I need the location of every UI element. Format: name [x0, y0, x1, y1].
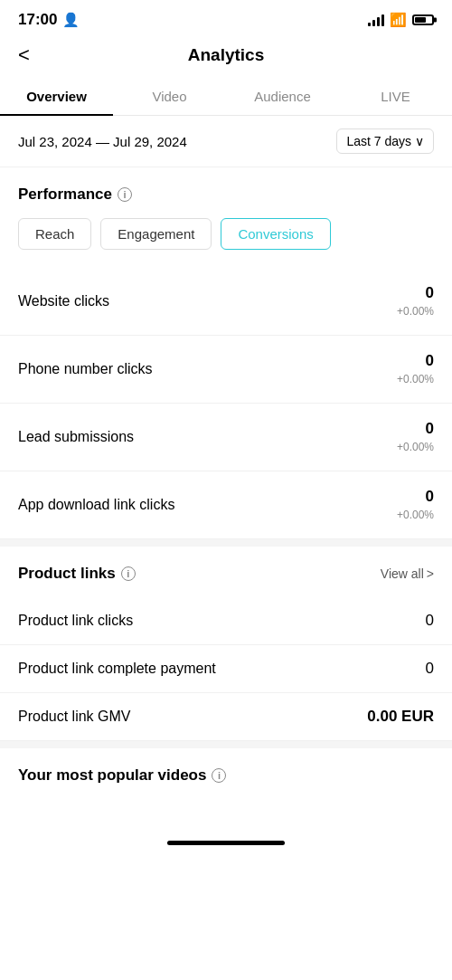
perf-tab-conversions[interactable]: Conversions [221, 218, 330, 250]
status-icons: 📶 [368, 12, 434, 28]
back-button[interactable]: < [18, 43, 30, 67]
metric-value-website-clicks: 0 [397, 284, 434, 302]
product-links-title-text: Product links [18, 565, 116, 583]
nav-tabs: Overview Video Audience LIVE [0, 78, 452, 116]
performance-title: Performance i [18, 186, 434, 204]
person-icon: 👤 [62, 12, 80, 28]
home-bar [167, 841, 285, 845]
metric-change-app-download-link-clicks: +0.00% [397, 509, 434, 521]
metric-label-lead-submissions: Lead submissions [18, 429, 134, 445]
product-metric-value-clicks: 0 [426, 612, 434, 630]
popular-videos-section: Your most popular videos i [0, 748, 452, 785]
status-time: 17:00 [18, 11, 57, 29]
tab-audience[interactable]: Audience [226, 78, 339, 115]
chevron-right-icon: > [427, 566, 434, 581]
page-title: Analytics [188, 45, 264, 65]
date-range-filter-button[interactable]: Last 7 days ∨ [336, 128, 434, 154]
performance-tabs: Reach Engagement Conversions [18, 218, 434, 250]
section-divider-2 [0, 741, 452, 748]
popular-videos-info-icon[interactable]: i [212, 768, 226, 783]
date-range-text: Jul 23, 2024 — Jul 29, 2024 [18, 134, 187, 149]
chevron-down-icon: ∨ [415, 134, 424, 148]
wifi-icon: 📶 [390, 12, 407, 28]
popular-videos-title-text: Your most popular videos [18, 766, 206, 785]
metric-row-website-clicks: Website clicks 0 +0.00% [0, 268, 452, 336]
header: < Analytics [0, 36, 452, 78]
home-indicator [0, 830, 452, 852]
metric-change-website-clicks: +0.00% [397, 305, 434, 318]
product-metric-value-complete-payment: 0 [426, 660, 434, 678]
product-metric-label-clicks: Product link clicks [18, 613, 133, 629]
metric-change-phone-number-clicks: +0.00% [397, 373, 434, 385]
status-bar: 17:00 👤 📶 [0, 0, 452, 36]
tab-overview[interactable]: Overview [0, 78, 113, 115]
perf-tab-reach[interactable]: Reach [18, 218, 91, 250]
bottom-spacer [0, 794, 452, 830]
metric-change-lead-submissions: +0.00% [397, 441, 434, 453]
metric-row-lead-submissions: Lead submissions 0 +0.00% [0, 404, 452, 471]
product-metric-row-complete-payment: Product link complete payment 0 [0, 645, 452, 693]
performance-section: Performance i Reach Engagement Conversio… [0, 167, 452, 250]
performance-info-icon[interactable]: i [118, 187, 132, 202]
product-links-header: Product links i View all > [0, 547, 452, 597]
product-links-info-icon[interactable]: i [121, 566, 136, 581]
product-metric-label-complete-payment: Product link complete payment [18, 661, 216, 677]
view-all-button[interactable]: View all > [381, 566, 434, 581]
signal-icon [368, 14, 384, 26]
metric-row-app-download-link-clicks: App download link clicks 0 +0.00% [0, 471, 452, 539]
metric-value-app-download-link-clicks: 0 [397, 488, 434, 506]
metric-label-website-clicks: Website clicks [18, 293, 109, 309]
metric-value-lead-submissions: 0 [397, 420, 434, 438]
metric-row-phone-number-clicks: Phone number clicks 0 +0.00% [0, 336, 452, 404]
product-metric-row-clicks: Product link clicks 0 [0, 597, 452, 645]
tab-live[interactable]: LIVE [339, 78, 452, 115]
product-metric-row-gmv: Product link GMV 0.00 EUR [0, 693, 452, 741]
date-range-bar: Jul 23, 2024 — Jul 29, 2024 Last 7 days … [0, 116, 452, 167]
product-metric-label-gmv: Product link GMV [18, 709, 130, 725]
tab-video[interactable]: Video [113, 78, 226, 115]
battery-icon [412, 14, 434, 25]
metric-label-phone-number-clicks: Phone number clicks [18, 361, 153, 377]
section-divider [0, 539, 452, 547]
perf-tab-engagement[interactable]: Engagement [100, 218, 212, 250]
metric-value-phone-number-clicks: 0 [397, 352, 434, 370]
product-metric-value-gmv: 0.00 EUR [367, 708, 434, 726]
metric-label-app-download-link-clicks: App download link clicks [18, 497, 174, 513]
